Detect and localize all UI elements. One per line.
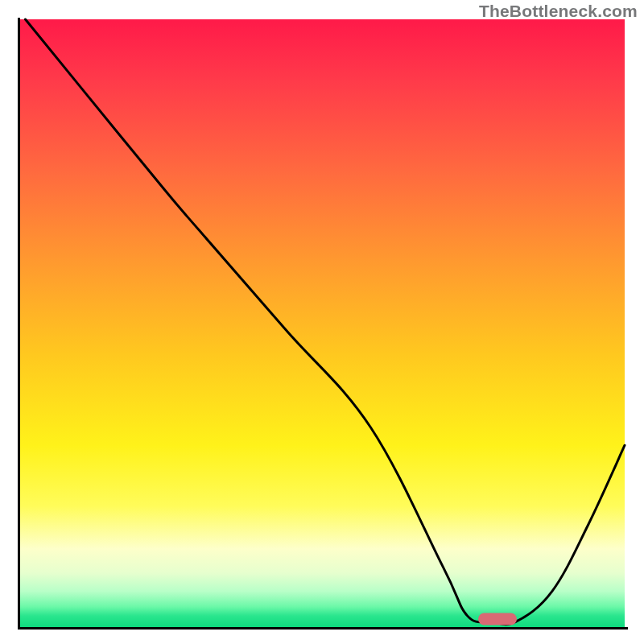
bottleneck-chart: TheBottleneck.com — [0, 0, 644, 644]
x-axis — [18, 627, 628, 630]
watermark-text: TheBottleneck.com — [479, 2, 638, 21]
chart-gradient-background — [19, 19, 625, 628]
y-axis — [18, 18, 20, 630]
optimal-marker — [478, 613, 517, 625]
